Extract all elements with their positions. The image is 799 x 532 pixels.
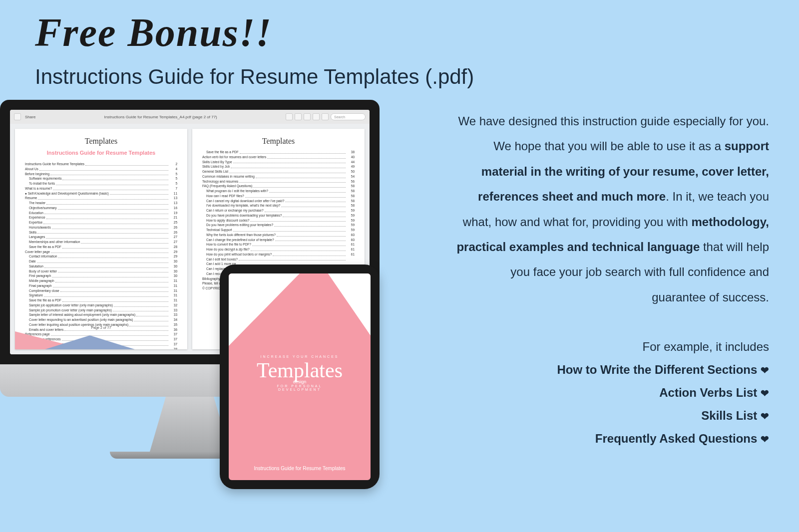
page-decoration [15,331,187,349]
toc-line: Cover letter responding to an advertised… [25,317,177,322]
body-paragraph: We have designed this instruction guide … [454,109,769,310]
toc-line: How to apply discount codes?59 [202,218,355,223]
toc-line: Save the file as a PDF31 [25,298,177,303]
toc-left: Instructions Guide for Resume Templates2… [25,162,177,349]
copy-block: We have designed this instruction guide … [454,109,769,446]
pdf-page-left: Templates Instructions Guide for Resume … [15,129,187,349]
toc-line: Contact information29 [25,254,177,259]
toc-line: To install the fonts5 [25,181,177,186]
toc-line: Instructions Guide for Resume Templates2 [25,162,177,167]
toc-line: Skills Listed by Job49 [202,164,355,169]
page-indicator: Page 2 of 77 [15,326,187,329]
toc-line: What is a resume?7 [25,186,177,191]
ipad-mockup: INCREASE YOUR CHANCES Templates design F… [220,265,380,489]
toc-line: Experience21 [25,215,177,220]
toc-line: Do you have problems downloading your te… [202,213,355,218]
para-text: We have designed this instruction guide … [458,114,769,153]
bullet-item: How to Write the Different Sections ❤ [454,363,769,377]
toc-line: About Us4 [25,167,177,172]
logo-arc-bot: FOR PERSONAL DEVELOPMENT [257,384,343,391]
logo-arc-top: INCREASE YOUR CHANCES [257,354,343,358]
toc-line: Sample job promotion cover letter (only … [25,308,177,313]
toc-line: Signature31 [25,293,177,298]
ipad-caption: Instructions Guide for Resume Templates [229,466,371,471]
toc-line: First paragraph30 [25,273,177,278]
toc-line: Education19 [25,211,177,216]
toc-line: Languages27 [25,235,177,240]
toc-line: Body of cover letter30 [25,269,177,274]
toolbar-icons: Search [286,113,366,120]
search-input[interactable]: Search [331,113,366,120]
toc-line: Sample letter of interest asking about e… [25,312,177,317]
toc-line: Can I edit text boxes? [202,257,355,262]
toc-line: Objective/summary16 [25,206,177,211]
toc-line: Action verb list for resumes and cover l… [202,155,355,160]
toc-line: I've downloaded my template, what's the … [202,203,355,208]
highlight-icon[interactable] [295,113,302,120]
headline: Free Bonus!! [35,10,272,55]
toc-line: Skills Listed By Type44 [202,160,355,165]
page-title-text: Instructions Guide for Resume Templates [25,150,177,156]
toc-line: What program do I edit the templates wit… [202,189,355,194]
markup-icon[interactable] [313,113,320,120]
toc-line: How do you print without borders or marg… [202,252,355,257]
rotate-icon[interactable] [304,113,311,120]
logo-script: Templates [257,358,343,382]
bullet-item: Action Verbs List ❤ [454,386,769,400]
page-logo: Templates [25,137,177,146]
preview-toolbar: Share Instructions Guide for Resume Temp… [10,110,370,124]
toc-line: Middle paragraph31 [25,278,177,283]
device-mockups: Share Instructions Guide for Resume Temp… [0,100,400,532]
preview-title: Instructions Guide for Resume Templates_… [39,115,282,119]
heart-icon: ❤ [761,388,769,399]
ipad-screen: INCREASE YOUR CHANCES Templates design F… [229,273,371,480]
toc-line: Expertise25 [25,220,177,225]
toc-line: Sample job application cover letter (onl… [25,303,177,308]
toc-line: Cover letter page29 [25,250,177,255]
toc-line: Software requirements5 [25,176,177,181]
toc-line: Can I change the predefined color of tem… [202,238,355,243]
toc-line: Save the file as a PDF38 [202,150,355,155]
toc-line: Memberships and other information27 [25,240,177,245]
bullet-item: Frequently Asked Questions ❤ [454,432,769,446]
toc-line: Date30 [25,259,177,264]
toc-line: General Skills List50 [202,169,355,174]
toc-line: Skills26 [25,230,177,235]
share-icon[interactable] [14,113,21,120]
toc-line: Final paragraph31 [25,283,177,288]
heart-icon: ❤ [761,365,769,376]
toc-line: Before beginning5 [25,172,177,177]
toc-line: Resume13 [25,196,177,201]
ipad-logo: INCREASE YOUR CHANCES Templates design F… [257,354,343,391]
toc-line: How can I read PDF files?58 [202,194,355,199]
toc-line: How to convert the file to PDF?61 [202,242,355,247]
print-icon[interactable] [322,113,329,120]
imac-stand [150,397,230,452]
toc-line: Complimentary close31 [25,288,177,293]
toc-line: Common mistakes in resume writing54 [202,174,355,179]
heart-icon: ❤ [761,434,769,445]
toc-line: Do you have problems editing your templa… [202,223,355,228]
toc-line: Salutation30 [25,264,177,269]
toolbar-share-label: Share [25,115,35,119]
page-logo: Templates [202,137,355,146]
toc-line: The header13 [25,201,177,206]
toc-line: ● Self-Knowledge and Development Questio… [25,191,177,196]
toc-line: Can I return or exchange my purchase?59 [202,208,355,213]
toc-line: FAQ (Frequently Asked Questions)58 [202,184,355,189]
toc-line: How do you decrypt a zip file?61 [202,247,355,252]
toc-line: Honors/awards26 [25,225,177,230]
toc-line: Save the file as a PDF28 [25,245,177,250]
example-header: For example, it includes [454,340,769,354]
toc-line: Technical Support59 [202,228,355,233]
heart-icon: ❤ [761,411,769,422]
bullet-item: Skills List ❤ [454,409,769,423]
toc-line: Technology and resumes56 [202,179,355,184]
selection-icon[interactable] [286,113,293,120]
toc-line: Can I cancel my digital download order a… [202,199,355,204]
subtitle: Instructions Guide for Resume Templates … [35,65,474,89]
toc-line: Why the fonts look different than those … [202,233,355,238]
